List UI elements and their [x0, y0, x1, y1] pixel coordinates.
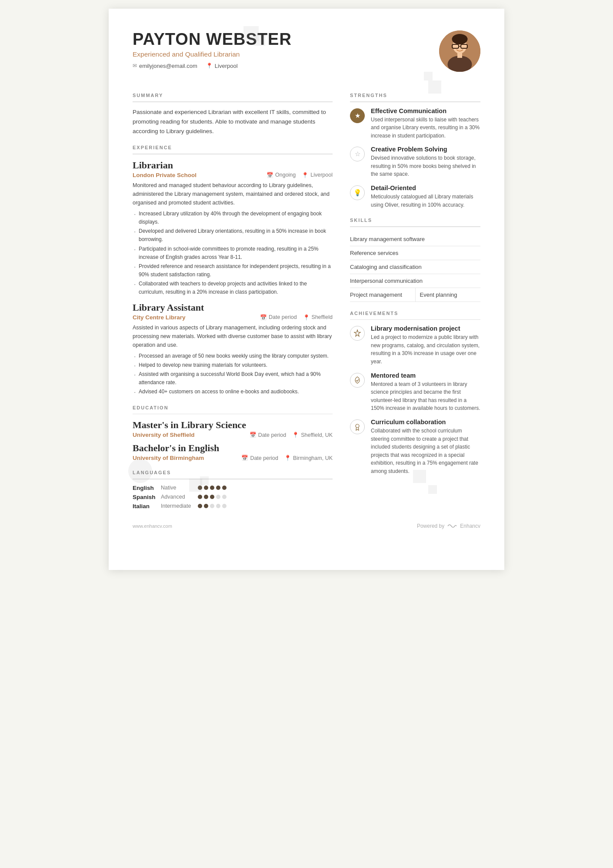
job-2-org: City Centre Library [133, 314, 186, 321]
lang-level-spanish: Advanced [161, 494, 193, 500]
skill-5: Project management [350, 288, 416, 302]
footer: www.enhancv.com Powered by Enhancv [133, 523, 480, 530]
calendar-icon-3: 📅 [250, 432, 257, 438]
job-2: Library Assistant City Centre Library 📅 … [133, 302, 333, 396]
skill-6: Event planning [416, 288, 481, 302]
job-2-meta-right: 📅 Date period 📍 Sheffield [260, 314, 333, 321]
avatar-image [439, 30, 480, 72]
powered-by-text: Powered by [417, 523, 444, 529]
achievements-label: ACHIEVEMENTS [350, 311, 480, 316]
footer-logo: Powered by Enhancv [417, 523, 480, 530]
achievement-1-icon [350, 326, 365, 341]
strength-2: ☆ Creative Problem Solving Devised innov… [350, 146, 480, 178]
dot [222, 504, 227, 508]
star-icon: ★ [355, 112, 360, 120]
degree-2-location: 📍 Birmingham, UK [284, 455, 333, 461]
skills-section: SKILLS Library management software Refer… [350, 218, 480, 302]
job-1-org: London Private School [133, 172, 197, 178]
strength-3-content: Detail-Oriented Meticulously catalogued … [371, 184, 480, 209]
calendar-icon-4: 📅 [241, 455, 248, 461]
degree-2-meta-right: 📅 Date period 📍 Birmingham, UK [241, 455, 333, 461]
calendar-icon-1: 📅 [267, 172, 273, 178]
header-left: PAYTON WEBSTER Experienced and Qualified… [133, 30, 439, 69]
bullet-item: Provided reference and research assistan… [133, 262, 333, 279]
deco-square-4 [428, 80, 441, 94]
header: PAYTON WEBSTER Experienced and Qualified… [133, 30, 480, 72]
degree-1-date: 📅 Date period [250, 432, 287, 438]
summary-section: SUMMARY Passionate and experienced Libra… [133, 93, 333, 136]
avatar [439, 30, 480, 72]
bullet-item: Participated in school-wide committees t… [133, 245, 333, 261]
job-2-date: 📅 Date period [260, 314, 297, 321]
strength-3-icon-wrap: 💡 [350, 185, 365, 200]
job-2-title: Library Assistant [133, 302, 333, 313]
summary-divider [133, 101, 333, 102]
achievements-divider [350, 319, 480, 320]
achievement-2-title: Mentored team [371, 372, 480, 379]
pin-icon-4: 📍 [284, 455, 291, 461]
location-icon: 📍 [206, 63, 213, 69]
star-outline-icon: ☆ [355, 150, 360, 158]
degree-2-meta: University of Birmingham 📅 Date period 📍… [133, 455, 333, 461]
languages-divider [133, 479, 333, 479]
dot [204, 486, 208, 490]
lang-name-italian: Italian [133, 503, 157, 509]
lang-name-english: English [133, 485, 157, 491]
bullet-item: Assisted with organising a successful Wo… [133, 370, 333, 387]
job-1-location: 📍 Liverpool [302, 172, 333, 178]
brand-name: Enhancv [460, 523, 480, 529]
strength-2-desc: Devised innovative solutions to book sto… [371, 154, 480, 178]
pin-icon-1: 📍 [302, 172, 309, 178]
achievement-1-desc: Led a project to modernize a public libr… [371, 333, 480, 365]
summary-label: SUMMARY [133, 93, 333, 98]
degree-2-name: Bachelor's in English [133, 442, 333, 454]
achievement-2-content: Mentored team Mentored a team of 3 volun… [371, 372, 480, 412]
skills-divider [350, 226, 480, 227]
achievement-1-title: Library modernisation project [371, 325, 480, 332]
skills-label: SKILLS [350, 218, 480, 223]
pin-icon-2: 📍 [303, 314, 310, 321]
dot [210, 495, 214, 499]
candidate-title: Experienced and Qualified Librarian [133, 50, 439, 58]
lang-dots-spanish [198, 495, 227, 499]
svg-point-8 [356, 424, 359, 428]
skills-row: Project management Event planning [350, 288, 480, 302]
degree-1: Master's in Library Science University o… [133, 419, 333, 438]
achievement-2: Mentored team Mentored a team of 3 volun… [350, 372, 480, 412]
bullet-item: Advised 40+ customers on access to onlin… [133, 388, 333, 396]
svg-rect-7 [457, 53, 462, 58]
achievement-3-title: Curriculum collaboration [371, 419, 480, 426]
degree-1-meta-right: 📅 Date period 📍 Sheffield, UK [250, 432, 333, 438]
candidate-name: PAYTON WEBSTER [133, 30, 439, 49]
strengths-label: STRENGTHS [350, 93, 480, 98]
dot [216, 504, 220, 508]
svg-point-2 [452, 34, 468, 44]
job-2-location: 📍 Sheffield [303, 314, 333, 321]
achievement-3-icon [350, 419, 365, 434]
strength-2-icon-wrap: ☆ [350, 147, 365, 161]
dot [210, 504, 214, 508]
bullet-item: Increased Library utilization by 40% thr… [133, 210, 333, 226]
achievement-3-desc: Collaborated with the school curriculum … [371, 427, 480, 476]
achievement-1-content: Library modernisation project Led a proj… [371, 325, 480, 365]
contact-row: ✉ emilyjones@email.com 📍 Liverpool [133, 63, 439, 69]
job-1-desc: Monitored and managed student behaviour … [133, 181, 333, 207]
bullet-item: Helped to develop new training materials… [133, 361, 333, 369]
skill-3: Cataloging and classification [350, 260, 480, 274]
strengths-divider [350, 101, 480, 102]
strength-2-content: Creative Problem Solving Devised innovat… [371, 146, 480, 178]
pin-icon-3: 📍 [292, 432, 299, 438]
education-divider [133, 414, 333, 415]
achievement-2-desc: Mentored a team of 3 volunteers in libra… [371, 380, 480, 412]
dot [222, 495, 227, 499]
strength-1-icon-wrap: ★ [350, 108, 365, 123]
experience-label: EXPERIENCE [133, 145, 333, 150]
email-icon: ✉ [133, 63, 137, 69]
degree-1-school: University of Sheffield [133, 432, 195, 438]
bullet-item: Collaborated with teachers to develop pr… [133, 280, 333, 296]
strength-3: 💡 Detail-Oriented Meticulously catalogue… [350, 184, 480, 209]
dot [204, 495, 208, 499]
deco-square-3 [424, 72, 433, 80]
strength-2-title: Creative Problem Solving [371, 146, 480, 153]
degree-2-date: 📅 Date period [241, 455, 278, 461]
